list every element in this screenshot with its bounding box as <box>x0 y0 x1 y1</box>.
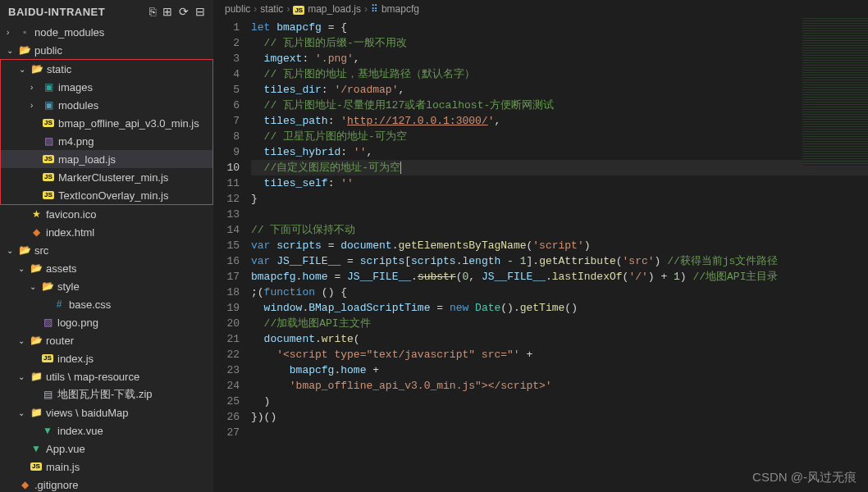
code-line[interactable]: bmapcfg.home = JS__FILE__.substr(0, JS__… <box>251 269 868 285</box>
tree-item-label: assets <box>46 262 77 275</box>
code-line[interactable]: 'bmap_offline_api_v3.0_min.js"></script>… <box>251 378 868 394</box>
tree-item-bmap_offline_api_v3-0_min-js[interactable]: JSbmap_offline_api_v3.0_min.js <box>1 114 212 132</box>
new-file-icon[interactable]: ⎘ <box>149 5 156 18</box>
tree-item-label: style <box>57 280 80 293</box>
editor-pane: public›static›JSmap_load.js›⠿bmapcfg 123… <box>213 0 868 492</box>
code-line[interactable]: imgext: '.png', <box>251 51 868 66</box>
minimap[interactable] <box>802 18 868 166</box>
tree-item-label: 地图瓦片图-下载.zip <box>57 387 153 402</box>
tree-item-label: utils \ map-resource <box>46 371 139 383</box>
tree-item-static[interactable]: ⌄📂static <box>1 60 212 78</box>
code-line[interactable]: //自定义图层的地址-可为空 <box>251 160 868 175</box>
tree-item-style[interactable]: ⌄📂style <box>0 277 213 295</box>
tree-item-label: node_modules <box>34 26 104 39</box>
tree-item-router[interactable]: ⌄📂router <box>0 331 213 349</box>
explorer-actions: ⎘ ⊞ ⟳ ⊟ <box>149 5 205 18</box>
breadcrumb-segment[interactable]: bmapcfg <box>381 3 419 15</box>
code-line[interactable]: } <box>251 191 868 207</box>
tree-item-label: bmap_offline_api_v3.0_min.js <box>58 117 199 130</box>
code-line[interactable]: // 瓦片图地址-尽量使用127或者localhost-方便断网测试 <box>251 98 868 113</box>
code-line[interactable]: bmapcfg.home + <box>251 362 868 378</box>
tree-item-label: TextIconOverlay_min.js <box>58 189 168 202</box>
code-line[interactable]: // 卫星瓦片图的地址-可为空 <box>251 129 868 144</box>
code-line[interactable]: // 瓦片图的后缀-一般不用改 <box>251 35 868 51</box>
code-line[interactable]: tiles_hybrid: '', <box>251 144 868 160</box>
breadcrumb-segment[interactable]: static <box>260 3 283 15</box>
chevron-icon: ⌄ <box>7 46 18 55</box>
code-line[interactable]: //加载地图API主文件 <box>251 316 868 331</box>
tree-item-label: main.js <box>46 461 80 473</box>
tree-item-label: public <box>34 44 62 57</box>
code-line[interactable]: // 下面可以保持不动 <box>251 222 868 238</box>
tree-item-modules[interactable]: ›▣modules <box>1 96 212 114</box>
tree-item-label: .gitignore <box>34 479 78 491</box>
code-line[interactable] <box>251 207 868 222</box>
code-content[interactable]: let bmapcfg = { // 瓦片图的后缀-一般不用改 imgext: … <box>251 18 868 492</box>
tree-item-images[interactable]: ›▣images <box>1 78 212 96</box>
tree-item-label: map_load.js <box>58 153 116 166</box>
collapse-icon[interactable]: ⊟ <box>195 5 205 18</box>
watermark: CSDN @-风过无痕 <box>752 470 857 485</box>
tree-item-node_modules[interactable]: ›▪node_modules <box>0 23 213 41</box>
code-line[interactable]: let bmapcfg = { <box>251 20 868 35</box>
code-line[interactable]: ) <box>251 394 868 409</box>
new-folder-icon[interactable]: ⊞ <box>162 5 172 18</box>
tree-item-index-vue[interactable]: ▼index.vue <box>0 421 213 440</box>
tree-item-src[interactable]: ⌄📂src <box>0 241 213 259</box>
tree-item-map_load-js[interactable]: JSmap_load.js <box>1 150 212 168</box>
tree-item-label: modules <box>58 99 98 112</box>
tree-item-texticonoverlay_min-js[interactable]: JSTextIconOverlay_min.js <box>1 186 212 204</box>
tree-item-logo-png[interactable]: ▨logo.png <box>0 313 213 331</box>
tree-item-main-js[interactable]: JSmain.js <box>0 458 213 476</box>
code-line[interactable]: var JS__FILE__ = scripts[scripts.length … <box>251 253 868 269</box>
tree-item-label: logo.png <box>57 317 98 329</box>
code-line[interactable]: var scripts = document.getElementsByTagN… <box>251 238 868 253</box>
tree-item-assets[interactable]: ⌄📂assets <box>0 259 213 277</box>
chevron-icon: ⌄ <box>30 282 41 291</box>
code-line[interactable]: tiles_path: 'http://127.0.0.1:3000/', <box>251 113 868 129</box>
tree-item-public[interactable]: ⌄📂public <box>0 41 213 59</box>
code-line[interactable]: '<script type="text/javascript" src="' + <box>251 347 868 362</box>
chevron-icon: › <box>7 28 18 37</box>
tree-item-base-css[interactable]: #base.css <box>0 295 213 313</box>
tree-item-label: index.js <box>57 353 94 365</box>
tree-item-label: App.vue <box>46 443 85 455</box>
tree-item-m4-png[interactable]: ▨m4.png <box>1 132 212 150</box>
tree-item-app-vue[interactable]: ▼App.vue <box>0 440 213 458</box>
code-area[interactable]: 1234567891011121314151617181920212223242… <box>213 18 868 492</box>
code-line[interactable]: // 瓦片图的地址，基地址路径（默认名字） <box>251 66 868 82</box>
tree-item-utils-map-resource[interactable]: ⌄📁utils \ map-resource <box>0 367 213 385</box>
tree-item-index-html[interactable]: ◆index.html <box>0 223 213 241</box>
chevron-icon: ⌄ <box>19 65 30 74</box>
tree-item-label: views \ baiduMap <box>46 407 128 419</box>
tree-item-label: static <box>47 63 71 75</box>
tree-item-label: base.css <box>69 298 111 311</box>
tree-item--gitignore[interactable]: ◆.gitignore <box>0 476 213 492</box>
breadcrumb-segment[interactable]: map_load.js <box>308 3 361 15</box>
chevron-icon: ⌄ <box>18 372 30 381</box>
chevron-icon: ⌄ <box>18 264 30 273</box>
refresh-icon[interactable]: ⟳ <box>179 5 189 18</box>
tree-item-favicon-ico[interactable]: ★favicon.ico <box>0 205 213 223</box>
project-title: BAIDU-INTRANET <box>8 6 105 18</box>
breadcrumb-segment[interactable]: public <box>225 3 250 15</box>
tree-item-label: favicon.ico <box>46 208 96 221</box>
code-line[interactable]: })() <box>251 409 868 425</box>
chevron-icon: ⌄ <box>7 246 18 255</box>
code-line[interactable]: document.write( <box>251 331 868 347</box>
tree-item-index-js[interactable]: JSindex.js <box>0 349 213 367</box>
code-line[interactable] <box>251 425 868 440</box>
code-line[interactable]: ;(function () { <box>251 285 868 300</box>
line-gutter: 1234567891011121314151617181920212223242… <box>213 18 251 492</box>
breadcrumb[interactable]: public›static›JSmap_load.js›⠿bmapcfg <box>213 0 868 18</box>
file-tree: ›▪node_modules⌄📂public⌄📂static›▣images›▣… <box>0 23 213 492</box>
code-line[interactable]: window.BMap_loadScriptTime = new Date().… <box>251 300 868 316</box>
tree-item-markerclusterer_min-js[interactable]: JSMarkerClusterer_min.js <box>1 168 212 186</box>
chevron-icon: › <box>30 101 42 110</box>
tree-item-label: index.html <box>46 226 94 239</box>
code-line[interactable]: tiles_dir: '/roadmap', <box>251 82 868 98</box>
tree-item-label: index.vue <box>57 425 103 437</box>
tree-item-views-baidumap[interactable]: ⌄📁views \ baiduMap <box>0 403 213 421</box>
code-line[interactable]: tiles_self: '' <box>251 175 868 191</box>
tree-item--zip[interactable]: ▤地图瓦片图-下载.zip <box>0 385 213 403</box>
